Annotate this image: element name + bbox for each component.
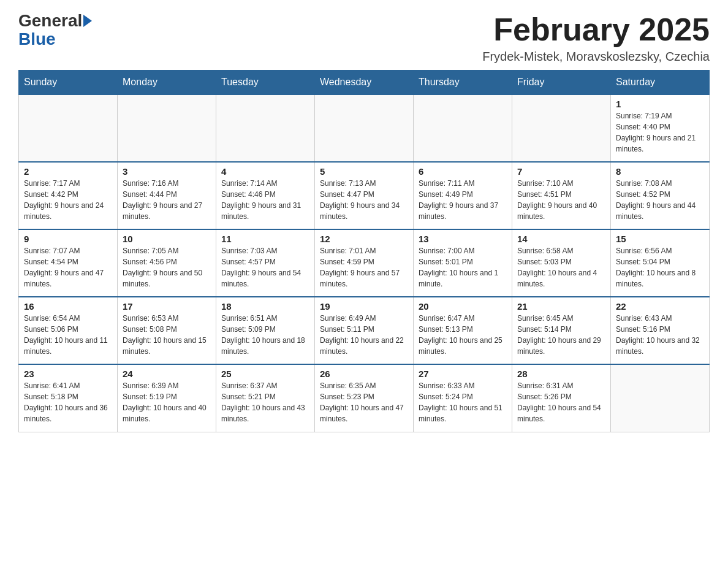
day-number: 5 <box>320 166 408 177</box>
page-header: General Blue February 2025 Frydek-Mistek… <box>18 12 710 64</box>
calendar-week-2: 2Sunrise: 7:17 AM Sunset: 4:42 PM Daylig… <box>19 162 710 229</box>
day-info: Sunrise: 7:13 AM Sunset: 4:47 PM Dayligh… <box>320 178 408 222</box>
day-info: Sunrise: 7:17 AM Sunset: 4:42 PM Dayligh… <box>24 178 112 222</box>
day-number: 3 <box>123 166 211 177</box>
day-info: Sunrise: 6:47 AM Sunset: 5:13 PM Dayligh… <box>419 313 507 357</box>
header-thursday: Thursday <box>414 71 512 95</box>
calendar-cell: 21Sunrise: 6:45 AM Sunset: 5:14 PM Dayli… <box>512 297 611 364</box>
logo: General Blue <box>18 12 93 49</box>
calendar-cell: 24Sunrise: 6:39 AM Sunset: 5:19 PM Dayli… <box>118 364 216 432</box>
calendar-cell: 1Sunrise: 7:19 AM Sunset: 4:40 PM Daylig… <box>611 94 710 162</box>
calendar-week-1: 1Sunrise: 7:19 AM Sunset: 4:40 PM Daylig… <box>19 94 710 162</box>
calendar-week-4: 16Sunrise: 6:54 AM Sunset: 5:06 PM Dayli… <box>19 297 710 364</box>
calendar-cell: 16Sunrise: 6:54 AM Sunset: 5:06 PM Dayli… <box>19 297 118 364</box>
calendar-cell: 3Sunrise: 7:16 AM Sunset: 4:44 PM Daylig… <box>118 162 216 229</box>
calendar-cell: 20Sunrise: 6:47 AM Sunset: 5:13 PM Dayli… <box>414 297 512 364</box>
day-number: 22 <box>616 301 704 312</box>
calendar-cell: 4Sunrise: 7:14 AM Sunset: 4:46 PM Daylig… <box>216 162 315 229</box>
day-number: 8 <box>616 166 704 177</box>
day-info: Sunrise: 7:00 AM Sunset: 5:01 PM Dayligh… <box>419 245 507 289</box>
day-info: Sunrise: 6:58 AM Sunset: 5:03 PM Dayligh… <box>517 245 605 289</box>
day-info: Sunrise: 6:33 AM Sunset: 5:24 PM Dayligh… <box>419 380 507 424</box>
day-number: 25 <box>221 369 309 379</box>
day-info: Sunrise: 7:11 AM Sunset: 4:49 PM Dayligh… <box>419 178 507 222</box>
calendar-cell: 9Sunrise: 7:07 AM Sunset: 4:54 PM Daylig… <box>19 229 118 297</box>
location-subtitle: Frydek-Mistek, Moravskoslezsky, Czechia <box>482 50 710 64</box>
calendar-cell: 11Sunrise: 7:03 AM Sunset: 4:57 PM Dayli… <box>216 229 315 297</box>
day-number: 13 <box>419 234 507 244</box>
calendar-cell: 18Sunrise: 6:51 AM Sunset: 5:09 PM Dayli… <box>216 297 315 364</box>
header-saturday: Saturday <box>611 71 710 95</box>
calendar-cell <box>512 94 611 162</box>
calendar-cell: 19Sunrise: 6:49 AM Sunset: 5:11 PM Dayli… <box>315 297 414 364</box>
day-info: Sunrise: 6:45 AM Sunset: 5:14 PM Dayligh… <box>517 313 605 357</box>
day-info: Sunrise: 6:39 AM Sunset: 5:19 PM Dayligh… <box>123 380 211 424</box>
calendar-cell: 25Sunrise: 6:37 AM Sunset: 5:21 PM Dayli… <box>216 364 315 432</box>
calendar-cell: 23Sunrise: 6:41 AM Sunset: 5:18 PM Dayli… <box>19 364 118 432</box>
calendar-cell <box>315 94 414 162</box>
calendar-cell: 12Sunrise: 7:01 AM Sunset: 4:59 PM Dayli… <box>315 229 414 297</box>
calendar-cell: 13Sunrise: 7:00 AM Sunset: 5:01 PM Dayli… <box>414 229 512 297</box>
logo-blue-text: Blue <box>18 29 56 49</box>
logo-general-text: General <box>18 12 82 29</box>
calendar-cell: 28Sunrise: 6:31 AM Sunset: 5:26 PM Dayli… <box>512 364 611 432</box>
calendar-week-3: 9Sunrise: 7:07 AM Sunset: 4:54 PM Daylig… <box>19 229 710 297</box>
calendar-cell: 17Sunrise: 6:53 AM Sunset: 5:08 PM Dayli… <box>118 297 216 364</box>
day-number: 11 <box>221 234 309 244</box>
day-info: Sunrise: 7:19 AM Sunset: 4:40 PM Dayligh… <box>616 110 704 155</box>
day-number: 19 <box>320 301 408 312</box>
day-number: 26 <box>320 369 408 379</box>
day-number: 20 <box>419 301 507 312</box>
day-info: Sunrise: 6:43 AM Sunset: 5:16 PM Dayligh… <box>616 313 704 357</box>
header-friday: Friday <box>512 71 611 95</box>
day-number: 12 <box>320 234 408 244</box>
day-number: 16 <box>24 301 112 312</box>
calendar-cell <box>118 94 216 162</box>
day-info: Sunrise: 6:53 AM Sunset: 5:08 PM Dayligh… <box>123 313 211 357</box>
day-number: 14 <box>517 234 605 244</box>
day-info: Sunrise: 7:10 AM Sunset: 4:51 PM Dayligh… <box>517 178 605 222</box>
header-sunday: Sunday <box>19 71 118 95</box>
calendar-cell: 8Sunrise: 7:08 AM Sunset: 4:52 PM Daylig… <box>611 162 710 229</box>
day-number: 9 <box>24 234 112 244</box>
day-info: Sunrise: 6:41 AM Sunset: 5:18 PM Dayligh… <box>24 380 112 424</box>
day-number: 6 <box>419 166 507 177</box>
day-number: 10 <box>123 234 211 244</box>
calendar-cell <box>19 94 118 162</box>
calendar-cell: 7Sunrise: 7:10 AM Sunset: 4:51 PM Daylig… <box>512 162 611 229</box>
day-info: Sunrise: 6:54 AM Sunset: 5:06 PM Dayligh… <box>24 313 112 357</box>
calendar-header-row: SundayMondayTuesdayWednesdayThursdayFrid… <box>19 71 710 95</box>
day-info: Sunrise: 6:37 AM Sunset: 5:21 PM Dayligh… <box>221 380 309 424</box>
day-number: 17 <box>123 301 211 312</box>
day-info: Sunrise: 6:35 AM Sunset: 5:23 PM Dayligh… <box>320 380 408 424</box>
calendar-cell: 14Sunrise: 6:58 AM Sunset: 5:03 PM Dayli… <box>512 229 611 297</box>
day-number: 23 <box>24 369 112 379</box>
calendar-cell: 5Sunrise: 7:13 AM Sunset: 4:47 PM Daylig… <box>315 162 414 229</box>
day-number: 18 <box>221 301 309 312</box>
day-info: Sunrise: 7:03 AM Sunset: 4:57 PM Dayligh… <box>221 245 309 289</box>
day-info: Sunrise: 7:14 AM Sunset: 4:46 PM Dayligh… <box>221 178 309 222</box>
day-number: 2 <box>24 166 112 177</box>
day-number: 1 <box>616 99 704 109</box>
day-number: 15 <box>616 234 704 244</box>
day-info: Sunrise: 6:56 AM Sunset: 5:04 PM Dayligh… <box>616 245 704 289</box>
calendar-table: SundayMondayTuesdayWednesdayThursdayFrid… <box>18 70 710 432</box>
title-block: February 2025 Frydek-Mistek, Moravskosle… <box>482 12 710 64</box>
day-info: Sunrise: 6:49 AM Sunset: 5:11 PM Dayligh… <box>320 313 408 357</box>
day-info: Sunrise: 6:31 AM Sunset: 5:26 PM Dayligh… <box>517 380 605 424</box>
day-number: 21 <box>517 301 605 312</box>
calendar-cell: 27Sunrise: 6:33 AM Sunset: 5:24 PM Dayli… <box>414 364 512 432</box>
day-number: 4 <box>221 166 309 177</box>
calendar-cell <box>216 94 315 162</box>
calendar-cell: 15Sunrise: 6:56 AM Sunset: 5:04 PM Dayli… <box>611 229 710 297</box>
calendar-cell: 26Sunrise: 6:35 AM Sunset: 5:23 PM Dayli… <box>315 364 414 432</box>
logo-arrow-icon <box>83 15 92 27</box>
calendar-cell <box>611 364 710 432</box>
day-info: Sunrise: 7:16 AM Sunset: 4:44 PM Dayligh… <box>123 178 211 222</box>
calendar-cell: 10Sunrise: 7:05 AM Sunset: 4:56 PM Dayli… <box>118 229 216 297</box>
day-info: Sunrise: 6:51 AM Sunset: 5:09 PM Dayligh… <box>221 313 309 357</box>
calendar-week-5: 23Sunrise: 6:41 AM Sunset: 5:18 PM Dayli… <box>19 364 710 432</box>
day-number: 28 <box>517 369 605 379</box>
header-wednesday: Wednesday <box>315 71 414 95</box>
day-number: 27 <box>419 369 507 379</box>
